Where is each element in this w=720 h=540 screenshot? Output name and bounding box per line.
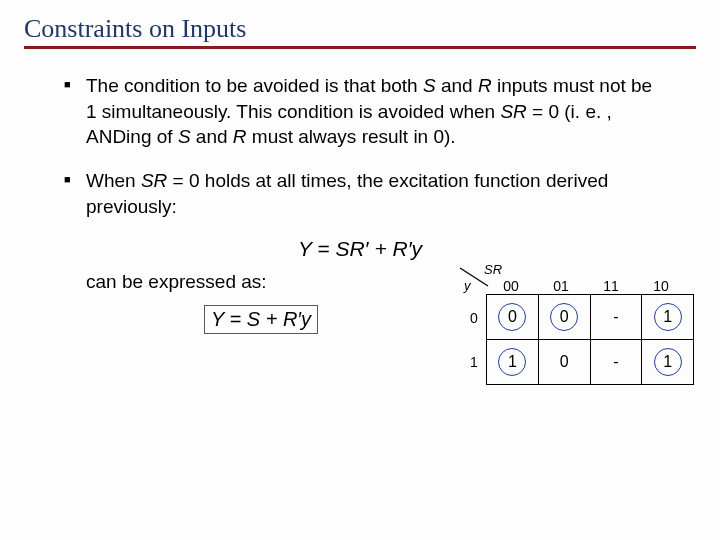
kmap-row-0: 0	[470, 310, 478, 326]
kmap-val: 1	[663, 353, 672, 370]
kmap-row-1: 1	[470, 354, 478, 370]
kmap-col-11: 11	[586, 278, 636, 294]
equation-1: Y = SR′ + R′y	[24, 237, 696, 261]
kmap-val: 0	[508, 308, 517, 325]
bullet-2: When SR = 0 holds at all times, the exci…	[64, 168, 666, 219]
kmap-cell: 1	[642, 340, 694, 385]
kmap-cell: -	[590, 340, 642, 385]
kmap-col-01: 01	[536, 278, 586, 294]
kmap-val: 0	[560, 353, 569, 370]
kmap-cell: -	[590, 295, 642, 340]
kmap-grid: 0 0 - 1 1 0 - 1	[486, 294, 694, 385]
kmap-col-headers: 00 01 11 10	[486, 278, 686, 294]
kmap-row: 0 0 - 1	[487, 295, 694, 340]
kmap-val: 0	[560, 308, 569, 325]
kmap-val: -	[613, 308, 618, 325]
kmap-col-00: 00	[486, 278, 536, 294]
kmap-cell: 0	[538, 340, 590, 385]
kmap-cell: 1	[487, 340, 539, 385]
kmap-row: 1 0 - 1	[487, 340, 694, 385]
title-rule	[24, 46, 696, 49]
equation-2: Y = S + R′y	[204, 305, 318, 334]
kmap-val: 1	[663, 308, 672, 325]
kmap-cell: 1	[642, 295, 694, 340]
kmap-cell: 0	[538, 295, 590, 340]
kmap-val: 1	[508, 353, 517, 370]
kmap-cell: 0	[487, 295, 539, 340]
bullet-1: The condition to be avoided is that both…	[64, 73, 666, 150]
kmap-row-var: y	[464, 278, 471, 293]
slide: Constraints on Inputs The condition to b…	[0, 0, 720, 540]
kmap-col-var: SR	[484, 262, 502, 277]
kmap-val: -	[613, 353, 618, 370]
bullet-list: The condition to be avoided is that both…	[64, 73, 666, 219]
kmap-col-10: 10	[636, 278, 686, 294]
slide-title: Constraints on Inputs	[24, 14, 696, 44]
